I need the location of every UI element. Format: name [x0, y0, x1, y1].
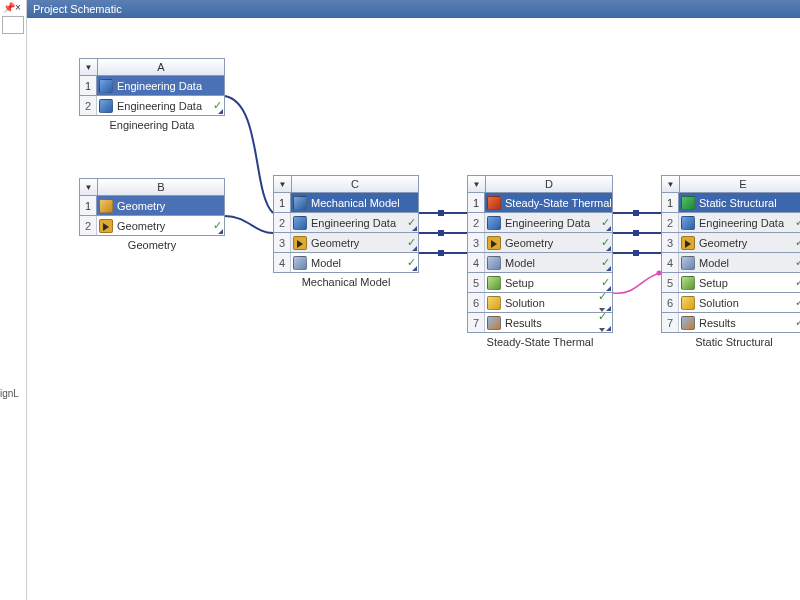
system-c[interactable]: ▼ C 1 Mechanical Model 2Engineering Data…: [273, 175, 419, 288]
results-icon: [679, 316, 697, 330]
cell-label: Setup: [503, 277, 598, 289]
system-letter: D: [486, 178, 612, 190]
row-number: 7: [468, 313, 485, 332]
row-number: 5: [468, 273, 485, 292]
model-icon: [485, 256, 503, 270]
chevron-down-icon[interactable]: ▼: [80, 59, 98, 75]
setup-icon: [485, 276, 503, 290]
system-letter: B: [98, 181, 224, 193]
cell-row[interactable]: 3Geometry: [273, 233, 419, 253]
link-corner-icon: [606, 226, 611, 231]
cell-row[interactable]: 6Solution: [467, 293, 613, 313]
cell-row[interactable]: 7Results: [467, 313, 613, 333]
status-check-icon: [792, 296, 800, 309]
close-icon[interactable]: ×: [15, 2, 21, 13]
cell-label: Engineering Data: [503, 217, 598, 229]
chevron-down-icon[interactable]: ▼: [80, 179, 98, 195]
cell-label: Geometry: [309, 237, 404, 249]
system-title-row[interactable]: 1 Static Structural: [661, 193, 800, 213]
results-icon: [485, 316, 503, 330]
link-corner-icon: [412, 246, 417, 251]
status-check-icon: [792, 256, 800, 269]
model-icon: [679, 256, 697, 270]
system-header[interactable]: ▼ E: [661, 175, 800, 193]
row-number: 5: [662, 273, 679, 292]
chevron-down-icon[interactable]: ▼: [662, 176, 680, 192]
system-b[interactable]: ▼ B 1 Geometry 2Geometry Geometry: [79, 178, 225, 251]
system-caption[interactable]: Mechanical Model: [273, 276, 419, 288]
system-title-row[interactable]: 1 Geometry: [79, 196, 225, 216]
solution-icon: [485, 296, 503, 310]
structural-icon: [679, 196, 697, 210]
cell-row[interactable]: 2Engineering Data: [79, 96, 225, 116]
chevron-down-icon[interactable]: ▼: [274, 176, 292, 192]
system-e[interactable]: ▼ E 1 Static Structural 2Engineering Dat…: [661, 175, 800, 348]
cell-row[interactable]: 2Engineering Data: [661, 213, 800, 233]
row-number: 2: [662, 213, 679, 232]
cell-row[interactable]: 2Engineering Data: [467, 213, 613, 233]
schematic-canvas[interactable]: ▼ A 1 Engineering Data 2Engineering Data…: [27, 18, 800, 600]
cell-row[interactable]: 2Engineering Data: [273, 213, 419, 233]
row-number: 3: [274, 233, 291, 252]
status-check-icon: [792, 236, 800, 249]
link-corner-icon: [606, 266, 611, 271]
row-number: 1: [80, 196, 97, 215]
cell-row[interactable]: 3Geometry: [661, 233, 800, 253]
link-corner-icon: [606, 326, 611, 331]
engineering-data-icon: [97, 79, 115, 93]
system-header[interactable]: ▼ C: [273, 175, 419, 193]
svg-rect-4: [633, 230, 639, 236]
row-number: 6: [662, 293, 679, 312]
cell-row[interactable]: 4Model: [273, 253, 419, 273]
system-caption[interactable]: Static Structural: [661, 336, 800, 348]
row-number: 2: [80, 96, 97, 115]
system-title: Static Structural: [697, 197, 800, 209]
cell-label: Results: [503, 317, 598, 329]
svg-rect-1: [438, 230, 444, 236]
link-corner-icon: [412, 226, 417, 231]
cell-label: Engineering Data: [697, 217, 792, 229]
cell-label: Model: [697, 257, 792, 269]
system-title-row[interactable]: 1 Engineering Data: [79, 76, 225, 96]
cell-row[interactable]: 4Model: [467, 253, 613, 273]
cell-row[interactable]: 5Setup: [467, 273, 613, 293]
cell-row[interactable]: 4Model: [661, 253, 800, 273]
cell-label: Solution: [503, 297, 598, 309]
row-number: 4: [662, 253, 679, 272]
link-corner-icon: [606, 246, 611, 251]
system-title-row[interactable]: 1 Steady-State Thermal: [467, 193, 613, 213]
row-number: 2: [80, 216, 97, 235]
system-caption[interactable]: Geometry: [79, 239, 225, 251]
row-number: 2: [274, 213, 291, 232]
cell-row[interactable]: 3Geometry: [467, 233, 613, 253]
cell-label: Geometry: [697, 237, 792, 249]
row-number: 1: [468, 193, 485, 212]
cell-row[interactable]: 2Geometry: [79, 216, 225, 236]
system-header[interactable]: ▼ B: [79, 178, 225, 196]
system-header[interactable]: ▼ A: [79, 58, 225, 76]
panel-title: Project Schematic: [27, 0, 800, 18]
row-number: 1: [274, 193, 291, 212]
cell-label: Geometry: [503, 237, 598, 249]
system-caption[interactable]: Engineering Data: [79, 119, 225, 131]
system-title: Geometry: [115, 200, 224, 212]
thermal-icon: [485, 196, 503, 210]
cell-row[interactable]: 5Setup: [661, 273, 800, 293]
pin-icon[interactable]: 📌: [3, 2, 15, 13]
link-corner-icon: [218, 109, 223, 114]
chevron-down-icon[interactable]: ▼: [468, 176, 486, 192]
cell-row[interactable]: 7Results: [661, 313, 800, 333]
left-dock: 📌 × ignL: [0, 0, 27, 600]
system-title-row[interactable]: 1 Mechanical Model: [273, 193, 419, 213]
cell-row[interactable]: 6Solution: [661, 293, 800, 313]
row-number: 1: [80, 76, 97, 95]
system-d[interactable]: ▼ D 1 Steady-State Thermal 2Engineering …: [467, 175, 613, 348]
model-icon: [291, 256, 309, 270]
system-caption[interactable]: Steady-State Thermal: [467, 336, 613, 348]
status-check-icon: [792, 316, 800, 329]
system-title: Steady-State Thermal: [503, 197, 612, 209]
system-a[interactable]: ▼ A 1 Engineering Data 2Engineering Data…: [79, 58, 225, 131]
toolbox-stub[interactable]: [2, 16, 24, 34]
system-header[interactable]: ▼ D: [467, 175, 613, 193]
row-number: 4: [274, 253, 291, 272]
